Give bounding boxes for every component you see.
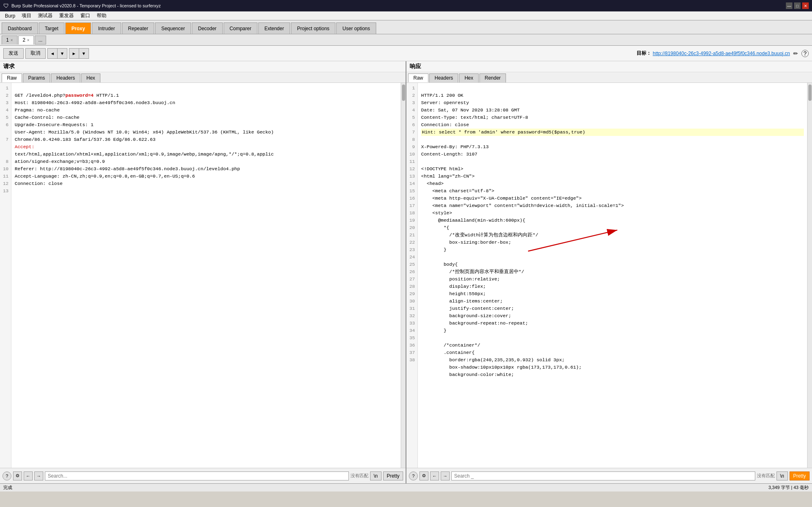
resp-line-28: align-items:center; [421,298,503,304]
request-forward-btn[interactable]: → [34,471,43,480]
response-tab-hex[interactable]: Hex [459,73,478,82]
help-icon[interactable]: ? [801,50,809,57]
minimize-button[interactable]: — [786,2,792,9]
request-section-label: 请求 [0,61,406,72]
resp-line-11: <html lang="zh-CN"> [421,173,475,179]
menu-project[interactable]: 项目 [18,11,35,20]
request-back-btn[interactable]: ← [24,471,33,480]
request-scrollbar[interactable] [401,83,406,468]
req-line-7c: ation/signed-exchange;v=b3;q=0.9 [15,159,105,164]
resp-line-37: box-shadow:10px10px10px rgba(173,173,173… [421,365,581,370]
resp-line-14: <meta http-equiv="X-UA-Compatible" conte… [421,196,581,201]
main-content: 请求 Raw Params Headers Hex 123456 7 81011… [0,61,812,483]
request-newline-btn[interactable]: \n [370,471,382,480]
resp-line-16: <style> [421,210,452,216]
request-search-input[interactable] [45,471,349,480]
request-panel: 请求 Raw Params Headers Hex 123456 7 81011… [0,61,406,483]
resp-line-30: background-size:cover; [421,313,511,318]
request-help-btn[interactable]: ? [2,471,11,480]
resp-line-38: background-color:white; [421,372,514,377]
tab-intruder[interactable]: Intruder [92,22,121,34]
menu-burp[interactable]: Burp [2,12,18,20]
sub-tab-bar: 1 × 2 × ... [0,34,812,46]
tab-comparer[interactable]: Comparer [224,22,257,34]
title-text: Burp Suite Professional v2020.8 - Tempor… [11,3,161,8]
req-line-10: Accept-Language: zh-CN,zh;q=0.9,en;q=0.8… [15,173,195,179]
resp-line-21: } [421,247,446,252]
tab-project-options[interactable]: Project options [291,22,335,34]
subtab-2[interactable]: 2 × [18,36,34,44]
response-back-btn[interactable]: ← [430,471,439,480]
req-line-7b: text/html,application/xhtml+xml,applicat… [15,151,274,157]
toolbar: 发送 取消 ◄ ▼ ► ▼ 目标： http://8198040c-26c3-4… [0,46,812,61]
send-button[interactable]: 发送 [3,48,24,59]
response-scrollbar[interactable] [807,83,812,468]
tab-repeater[interactable]: Repeater [122,22,154,34]
response-tab-headers[interactable]: Headers [429,73,458,82]
status-bar: 完成 3,349 字节 | 43 毫秒 [0,483,812,491]
title-bar: 🛡 Burp Suite Professional v2020.8 - Temp… [0,0,812,11]
request-pretty-btn[interactable]: Pretty [383,471,403,480]
nav-forward-group: ► ▼ [69,48,89,59]
req-line-4: Cache-Control: no-cache [15,115,80,120]
target-url-text[interactable]: http://8198040c-26c3-4992-a5d8-ae49f5f0c… [653,51,790,56]
resp-line-17: @mediaaalland(min-width:600px){ [421,218,525,223]
request-tab-params[interactable]: Params [23,73,50,82]
response-help-btn[interactable]: ? [409,471,418,480]
nav-back-button[interactable]: ◄ [47,48,57,59]
nav-back-group: ◄ ▼ [47,48,67,59]
menu-help[interactable]: 帮助 [93,11,110,20]
maximize-button[interactable]: □ [794,2,801,9]
request-tabs: Raw Params Headers Hex [0,72,406,83]
resp-line-4: Content-Type: text/html; charset=UTF-8 [421,115,528,120]
response-tab-raw[interactable]: Raw [408,73,428,82]
resp-line-24: /*控制页面内容水平和垂直居中*/ [421,269,524,274]
response-settings-btn[interactable]: ⚙ [419,471,428,480]
req-line-6b: Chrome/86.0.4240.183 Safari/537.36 Edg/8… [15,137,155,142]
subtab-1[interactable]: 1 × [2,36,18,44]
nav-forward-dropdown[interactable]: ▼ [79,48,89,59]
resp-line-20: box-sizing:border-box; [421,240,511,245]
request-bottom-bar: ? ⚙ ← → 没有匹配 \n Pretty [0,468,406,483]
subtab-2-label: 2 [23,37,26,43]
tab-decoder[interactable]: Decoder [192,22,222,34]
tab-user-options[interactable]: User options [336,22,376,34]
request-tab-raw[interactable]: Raw [2,73,22,82]
menu-repeater[interactable]: 重发器 [56,11,77,20]
nav-forward-button[interactable]: ► [69,48,79,59]
request-tab-hex[interactable]: Hex [81,73,100,82]
close-button[interactable]: ✕ [802,2,809,9]
subtab-more[interactable]: ... [35,36,46,44]
response-scrollbar-thumb [808,84,812,101]
resp-line-26: display:flex; [421,284,486,289]
menu-intruder[interactable]: 测试器 [35,11,56,20]
nav-back-dropdown[interactable]: ▼ [57,48,67,59]
tab-proxy[interactable]: Proxy [65,22,91,34]
resp-line-34: /*container*/ [421,342,480,348]
response-search-input[interactable] [451,471,755,480]
tab-target[interactable]: Target [39,22,64,34]
request-tab-headers[interactable]: Headers [51,73,80,82]
cancel-button[interactable]: 取消 [25,48,46,59]
response-newline-btn[interactable]: \n [777,471,788,480]
resp-line-12: <head> [421,181,444,186]
edit-icon[interactable]: ✏ [793,50,798,57]
response-forward-btn[interactable]: → [441,471,450,480]
tab-sequencer[interactable]: Sequencer [155,22,191,34]
subtab-2-close[interactable]: × [27,38,29,42]
response-pretty-btn[interactable]: Pretty [790,471,810,480]
req-line-8: Referer: http://8198040c-26c3-4992-a5d8-… [15,166,240,171]
request-settings-btn[interactable]: ⚙ [13,471,22,480]
request-code-area: 123456 7 810111213 GET /leveldo4.php?pas… [0,83,406,468]
tab-dashboard[interactable]: Dashboard [2,22,38,34]
response-tab-render[interactable]: Render [479,73,506,82]
response-no-match: 没有匹配 [757,473,775,479]
response-bottom-bar: ? ⚙ ← → 没有匹配 \n Pretty [406,468,812,483]
resp-line-1: HTTP/1.1 200 OK [421,93,464,98]
subtab-1-close[interactable]: × [11,38,13,42]
tab-extender[interactable]: Extender [258,22,290,34]
req-line-5: Upgrade-Insecure-Requests: 1 [15,122,93,127]
resp-line-19: /*改变width计算为包含边框和内向距*/ [421,232,538,238]
response-section-label: 响应 [406,61,812,72]
menu-window[interactable]: 窗口 [77,11,93,20]
